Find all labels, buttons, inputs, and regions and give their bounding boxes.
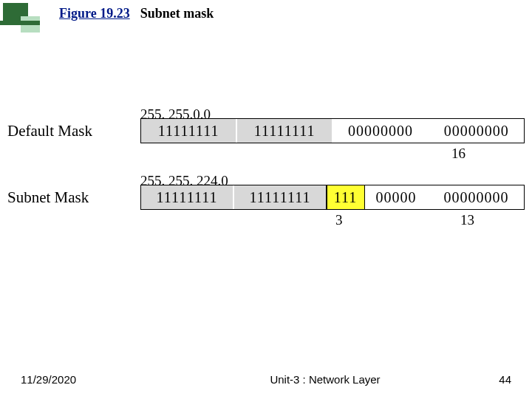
octet: 00000000 [429, 119, 524, 143]
figure-body: 255. 255.0.0 Default Mask 11111111 11111… [7, 118, 525, 251]
subnet-bits-count: 3 [335, 212, 343, 228]
footer-date: 11/29/2020 [21, 373, 183, 386]
figure-header: Figure 19.23 Subnet mask [59, 6, 214, 21]
subnet-bits-cell: 111 [327, 185, 364, 209]
subnet-mask-annotation: 3 13 [7, 210, 525, 226]
footer-page-number: 44 [467, 373, 511, 386]
subnet-mask-label: Subnet Mask [7, 185, 140, 210]
host-bits-cell: 00000 [365, 185, 427, 209]
host-bits-count: 16 [451, 146, 466, 162]
slide-footer: 11/29/2020 Unit-3 : Network Layer 44 [0, 373, 532, 386]
subnet-mask-group: 255. 255. 224.0 Subnet Mask 11111111 111… [7, 185, 525, 226]
octet: 11111111 [234, 185, 326, 209]
footer-unit: Unit-3 : Network Layer [183, 373, 467, 386]
host-bits-count: 13 [460, 212, 474, 228]
default-mask-label: Default Mask [7, 118, 140, 143]
default-mask-group: 255. 255.0.0 Default Mask 11111111 11111… [7, 118, 525, 160]
subnet-mask-dotted: 255. 255. 224.0 [140, 173, 228, 189]
octet: 00000000 [429, 185, 524, 209]
figure-number: Figure 19.23 [59, 6, 130, 21]
octet: 00000000 [333, 119, 428, 143]
decorative-corner-motif [0, 0, 59, 44]
default-mask-annotation: 16 [7, 143, 525, 160]
figure-title: Subnet mask [140, 6, 214, 21]
default-mask-dotted: 255. 255.0.0 [140, 106, 211, 123]
octet: 11111111 [237, 119, 332, 143]
